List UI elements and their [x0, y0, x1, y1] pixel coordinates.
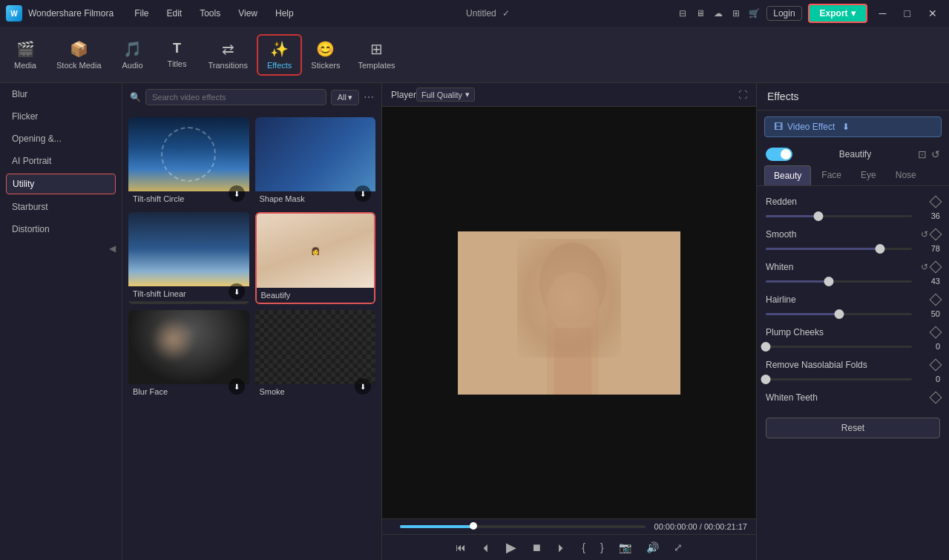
snapshot-button[interactable]: 📷	[614, 540, 636, 555]
grid-icon[interactable]: ⊞	[729, 7, 743, 20]
search-input[interactable]	[145, 89, 326, 105]
monitor-icon[interactable]: 🖥	[694, 7, 707, 20]
tab-eye[interactable]: Eye	[852, 165, 885, 185]
slider-controls-nasolabial	[931, 360, 940, 369]
fit-button[interactable]: ⤢	[669, 540, 687, 555]
prev-frame-button[interactable]: ⏴	[476, 540, 496, 555]
keyframe-diamond-whiten-teeth[interactable]	[930, 392, 942, 404]
effect-card-smoke[interactable]: Smoke ⬇	[255, 310, 376, 399]
effect-card-tiltlinear[interactable]: Tilt-shift Linear ⬇	[128, 212, 249, 304]
tool-media[interactable]: 🎬 Media	[3, 36, 47, 74]
close-button[interactable]: ✕	[922, 7, 943, 19]
slider-value-plump-cheeks: 0	[918, 342, 940, 351]
login-button[interactable]: Login	[766, 6, 801, 21]
slider-handle-smooth[interactable]	[875, 244, 884, 254]
effect-card-tiltcircle[interactable]: Tilt-shift Circle ⬇	[128, 117, 249, 206]
play-button[interactable]: ▶	[502, 538, 521, 557]
progress-bar[interactable]	[400, 525, 646, 528]
download-icon-tiltlinear[interactable]: ⬇	[229, 283, 245, 300]
beautify-reset-icon[interactable]: ↺	[931, 148, 940, 160]
tool-effects[interactable]: ✨ Effects	[257, 34, 302, 76]
slider-handle-plump-cheeks[interactable]	[761, 342, 771, 352]
keyframe-diamond-hairline[interactable]	[930, 294, 942, 306]
more-options-icon[interactable]: ⋯	[364, 91, 374, 103]
slider-wrap-hairline: 50	[766, 309, 940, 318]
progress-handle[interactable]	[470, 522, 477, 530]
maximize-button[interactable]: □	[899, 7, 916, 19]
keyframe-diamond-plump-cheeks[interactable]	[930, 326, 942, 339]
export-button[interactable]: Export ▾	[808, 4, 867, 23]
filter-dropdown[interactable]: All ▾	[331, 90, 359, 105]
menu-file[interactable]: File	[128, 8, 154, 19]
sidebar-item-flicker[interactable]: Flicker	[0, 105, 122, 128]
beautify-toggle[interactable]	[766, 148, 792, 161]
effect-thumb-smoke	[255, 310, 376, 384]
mark-in-button[interactable]: {	[577, 540, 590, 555]
download-icon-shapemask[interactable]: ⬇	[355, 185, 371, 202]
whiten-reset-icon[interactable]: ↺	[921, 262, 928, 272]
download-icon-smoke[interactable]: ⬇	[355, 378, 371, 395]
slider-handle-hairline[interactable]	[834, 309, 844, 319]
slider-value-nasolabial: 0	[918, 375, 940, 383]
tool-transitions[interactable]: ⇄ Transitions	[200, 36, 257, 74]
sidebar-item-blur[interactable]: Blur	[0, 83, 122, 105]
slider-track-whiten[interactable]	[766, 280, 912, 283]
beautify-compare-icon[interactable]: ⊡	[918, 148, 927, 160]
menu-view[interactable]: View	[232, 8, 263, 19]
skip-back-button[interactable]: ⏮	[451, 540, 470, 555]
sidebar-item-opening[interactable]: Opening &...	[0, 128, 122, 150]
minimize-button[interactable]: ─	[873, 7, 893, 19]
sidebar-item-utility[interactable]: Utility	[6, 174, 116, 194]
menu-help[interactable]: Help	[269, 8, 300, 19]
sidebar-collapse-btn[interactable]: ◀	[0, 240, 122, 257]
tool-audio[interactable]: 🎵 Audio	[111, 36, 155, 74]
slider-handle-redden[interactable]	[813, 211, 823, 221]
audio-button[interactable]: 🔊	[642, 540, 663, 555]
slider-wrap-whiten: 43	[766, 277, 940, 286]
video-effect-button[interactable]: 🎞 Video Effect ⬇	[764, 116, 942, 137]
slider-handle-nasolabial[interactable]	[761, 375, 771, 384]
keyframe-diamond-nasolabial[interactable]	[930, 359, 942, 372]
player-header: Player Full Quality ▾ ⛶	[382, 83, 756, 107]
fullscreen-icon[interactable]: ⛶	[738, 90, 747, 100]
tool-stickers[interactable]: 😊 Stickers	[302, 36, 349, 74]
shop-icon[interactable]: 🛒	[747, 7, 761, 20]
keyframe-diamond-smooth[interactable]	[930, 228, 942, 241]
reset-button[interactable]: Reset	[766, 418, 940, 438]
download-icon-blurface[interactable]: ⬇	[229, 378, 245, 395]
menu-tools[interactable]: Tools	[194, 8, 226, 19]
sidebar-item-ai-portrait[interactable]: AI Portrait	[0, 150, 122, 172]
download-icon-tiltcircle[interactable]: ⬇	[229, 185, 245, 202]
slider-track-nasolabial[interactable]	[766, 378, 912, 381]
slider-label-nasolabial: Remove Nasolabial Folds	[766, 360, 867, 370]
menu-edit[interactable]: Edit	[161, 8, 188, 19]
effect-card-beautify[interactable]: 👩 Beautify	[255, 212, 376, 304]
sidebar-item-distortion[interactable]: Distortion	[0, 218, 122, 240]
sidebar-item-starburst[interactable]: Starburst	[0, 196, 122, 218]
keyframe-diamond-redden[interactable]	[930, 196, 942, 208]
tool-templates[interactable]: ⊞ Templates	[349, 36, 404, 74]
slider-track-plump-cheeks[interactable]	[766, 346, 912, 348]
tool-titles[interactable]: T Titles	[155, 36, 200, 73]
effect-thumb-beautify: 👩	[257, 214, 375, 288]
keyframe-diamond-whiten[interactable]	[930, 261, 942, 274]
next-frame-button[interactable]: ⏵	[552, 540, 571, 555]
quality-select[interactable]: Full Quality ▾	[416, 88, 475, 102]
tool-stock-media[interactable]: 📦 Stock Media	[47, 36, 111, 74]
cloud-icon[interactable]: ☁	[712, 7, 725, 20]
smooth-reset-icon[interactable]: ↺	[921, 229, 928, 240]
slider-handle-whiten[interactable]	[824, 277, 833, 286]
tool-effects-label: Effects	[267, 61, 292, 70]
layout-icon[interactable]: ⊟	[676, 7, 689, 20]
tab-beauty[interactable]: Beauty	[764, 165, 811, 185]
stop-button[interactable]: ⏹	[527, 540, 546, 555]
effect-card-blurface[interactable]: Blur Face ⬇	[128, 310, 249, 399]
slider-track-hairline[interactable]	[766, 313, 912, 315]
effect-card-shapemask[interactable]: Shape Mask ⬇	[255, 117, 376, 206]
slider-track-smooth[interactable]	[766, 248, 912, 250]
svg-point-2	[539, 243, 606, 324]
mark-out-button[interactable]: }	[596, 540, 608, 555]
tab-nose[interactable]: Nose	[887, 165, 925, 185]
slider-track-redden[interactable]	[766, 215, 912, 217]
tab-face[interactable]: Face	[812, 165, 850, 185]
